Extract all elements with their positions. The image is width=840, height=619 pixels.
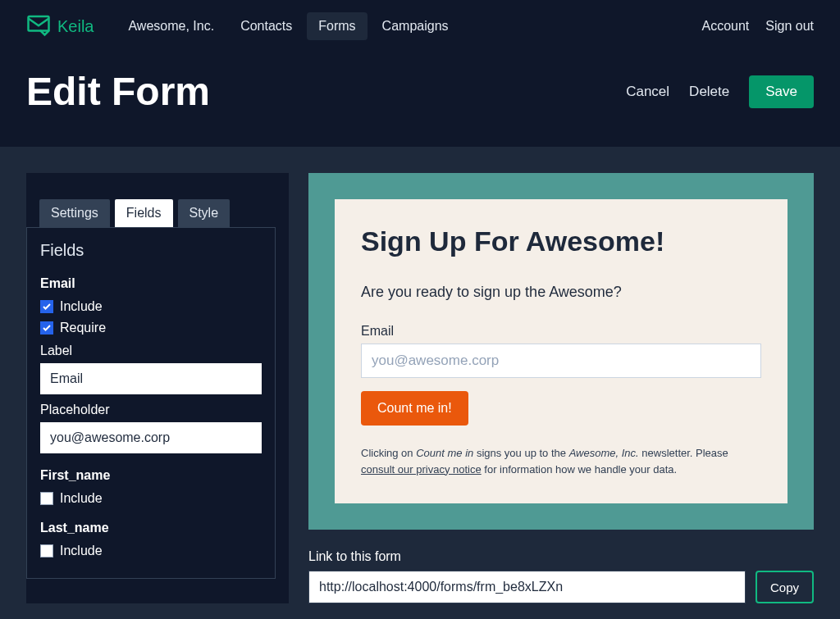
field-lastname-name: Last_name: [40, 521, 262, 535]
nav-forms[interactable]: Forms: [307, 12, 367, 40]
form-preview: Sign Up For Awesome! Are you ready to si…: [308, 173, 814, 530]
field-firstname-name: First_name: [40, 468, 262, 483]
page-title: Edit Form: [26, 69, 626, 114]
firstname-include-label: Include: [60, 491, 103, 506]
firstname-include-checkbox[interactable]: [40, 492, 53, 505]
nav-project[interactable]: Awesome, Inc.: [116, 12, 226, 40]
preview-title: Sign Up For Awesome!: [361, 225, 761, 257]
email-label-label: Label: [40, 344, 262, 358]
panel-title: Fields: [40, 241, 262, 260]
lastname-include-label: Include: [60, 544, 103, 558]
brand-icon: [26, 12, 51, 40]
email-label-input[interactable]: [40, 363, 262, 394]
field-email-name: Email: [40, 276, 262, 291]
email-include-label: Include: [60, 299, 103, 314]
delete-button[interactable]: Delete: [689, 84, 729, 100]
lastname-include-checkbox[interactable]: [40, 544, 53, 558]
nav-campaigns[interactable]: Campaigns: [371, 12, 460, 40]
tab-settings[interactable]: Settings: [39, 199, 110, 227]
form-link-input[interactable]: [308, 571, 746, 603]
cancel-button[interactable]: Cancel: [626, 84, 669, 100]
preview-email-input[interactable]: [361, 344, 761, 378]
preview-submit-button[interactable]: Count me in!: [361, 391, 468, 426]
save-button[interactable]: Save: [749, 75, 814, 108]
email-include-checkbox[interactable]: [40, 300, 53, 313]
copy-button[interactable]: Copy: [756, 571, 814, 603]
brand[interactable]: Keila: [26, 12, 94, 40]
privacy-link[interactable]: consult our privacy notice: [361, 463, 482, 476]
email-placeholder-label: Placeholder: [40, 403, 262, 417]
tab-fields[interactable]: Fields: [115, 199, 173, 227]
brand-name: Keila: [57, 17, 94, 36]
preview-fine-print: Clicking on Count me in signs you up to …: [361, 445, 761, 477]
sidebar: Settings Fields Style Fields Email Inclu…: [26, 173, 289, 603]
preview-intro: Are you ready to sign up the Awesome?: [361, 284, 761, 301]
email-require-checkbox[interactable]: [40, 321, 53, 335]
email-placeholder-input[interactable]: [40, 422, 262, 453]
nav-account[interactable]: Account: [701, 12, 749, 40]
preview-email-label: Email: [361, 324, 761, 339]
nav-contacts[interactable]: Contacts: [229, 12, 304, 40]
email-require-label: Require: [60, 321, 106, 335]
nav-signout[interactable]: Sign out: [765, 12, 814, 40]
link-label: Link to this form: [308, 549, 814, 564]
svg-rect-0: [29, 16, 49, 31]
tab-style[interactable]: Style: [178, 199, 231, 227]
